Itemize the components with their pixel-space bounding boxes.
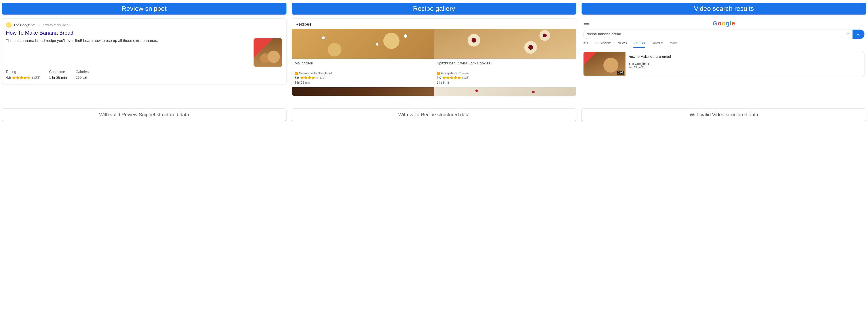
recipe-thumbnail	[292, 29, 434, 59]
rating-count: (123)	[32, 76, 40, 80]
video-thumbnail: 1:02	[584, 52, 625, 76]
search-icon	[857, 32, 861, 36]
hamburger-menu-icon[interactable]	[584, 22, 589, 25]
tab-videos[interactable]: VIDEOS	[633, 41, 645, 48]
calories-value: 260 cal	[76, 76, 89, 80]
search-input[interactable]: recipe banana bread ✕	[583, 30, 852, 39]
clear-search-icon[interactable]: ✕	[846, 32, 849, 37]
tab-all[interactable]: ALL	[583, 41, 589, 48]
recipe-source: Cooking with Googlebot	[299, 71, 332, 75]
recipe-time: 1 hr 22 min	[294, 81, 431, 84]
search-button[interactable]	[852, 30, 865, 39]
site-name: The Googlebot	[13, 23, 35, 27]
recipe-gallery-more-previews	[292, 87, 576, 96]
result-thumbnail	[253, 38, 282, 67]
recipe-rating-count: (11)	[320, 76, 326, 79]
cook-time-value: 1 hr 25 min	[49, 76, 67, 80]
source-favicon	[437, 72, 440, 75]
recipe-tile[interactable]: Mailänderli Cooking with Googlebot 3.9	[292, 29, 434, 87]
recipe-gallery-card: Recipes Mailänderli Cooking with Googleb…	[292, 19, 577, 96]
rating-stars	[442, 76, 461, 79]
recipe-rating: 3.9	[294, 76, 299, 79]
video-title: How To Make Banana Bread	[628, 55, 671, 59]
tab-news[interactable]: NEWS	[618, 41, 627, 48]
recipe-rating-count: (123)	[462, 76, 470, 79]
recipe-tile[interactable]: Spitzbuben (Swiss Jam Cookies) Googlebot…	[434, 29, 576, 87]
column-review-snippet: Review snippet The Googlebot › how-to-ma…	[2, 3, 286, 121]
recipe-rating: 5.0	[437, 76, 441, 79]
breadcrumb-separator: ›	[38, 23, 39, 27]
video-result-card[interactable]: 1:02 How To Make Banana Bread The Google…	[583, 52, 865, 76]
video-source: The Googlebot	[628, 62, 671, 66]
header-recipe-gallery: Recipe gallery	[292, 3, 577, 14]
tab-shopping[interactable]: SHOPPING	[595, 41, 611, 48]
footer-recipe-gallery: With valid Recipe structured data	[292, 109, 577, 121]
rating-label: Rating	[6, 70, 40, 74]
footer-video-search: With valid Video structured data	[582, 109, 866, 121]
rating-value: 4.5	[6, 76, 11, 80]
result-breadcrumb: The Googlebot › how-to-make-ban...	[6, 22, 282, 28]
header-review-snippet: Review snippet	[2, 3, 286, 14]
rating-stars	[300, 76, 319, 79]
review-snippet-card[interactable]: The Googlebot › how-to-make-ban... How T…	[2, 19, 286, 84]
site-favicon	[6, 22, 11, 28]
search-tabs: ALL SHOPPING NEWS VIDEOS IMAGES MAPS	[582, 39, 866, 48]
recipe-block-title: Recipes	[292, 19, 576, 29]
tab-maps[interactable]: MAPS	[670, 41, 678, 48]
recipe-time: 1 hr 8 min	[437, 81, 574, 84]
column-recipe-gallery: Recipe gallery Recipes Mailänderli Cooki…	[292, 3, 577, 121]
result-description: The best banana bread recipe you'll ever…	[6, 38, 250, 43]
site-path: how-to-make-ban...	[43, 23, 71, 27]
recipe-thumbnail	[434, 29, 576, 59]
recipe-source: Googlebot's Cuisine	[441, 71, 469, 75]
result-title[interactable]: How To Make Banana Bread	[6, 30, 282, 36]
column-video-search: Video search results G o o g l e recipe …	[582, 3, 866, 121]
tab-images[interactable]: IMAGES	[652, 41, 663, 48]
source-favicon	[294, 72, 298, 75]
footer-review-snippet: With valid Review Snippet structured dat…	[2, 109, 286, 121]
rating-value-line: 4.5 (123)	[6, 76, 40, 80]
video-duration: 1:02	[617, 71, 624, 75]
recipe-name: Mailänderli	[294, 61, 431, 70]
cook-time-label: Cook time	[49, 70, 67, 74]
rating-stars	[12, 76, 31, 79]
video-date: Jan 21, 2020	[628, 66, 671, 69]
search-query-text: recipe banana bread	[587, 32, 621, 36]
recipe-name: Spitzbuben (Swiss Jam Cookies)	[437, 61, 574, 70]
google-logo[interactable]: G o o g l e	[713, 20, 735, 27]
calories-label: Calories	[76, 70, 89, 74]
header-video-search: Video search results	[582, 3, 866, 14]
